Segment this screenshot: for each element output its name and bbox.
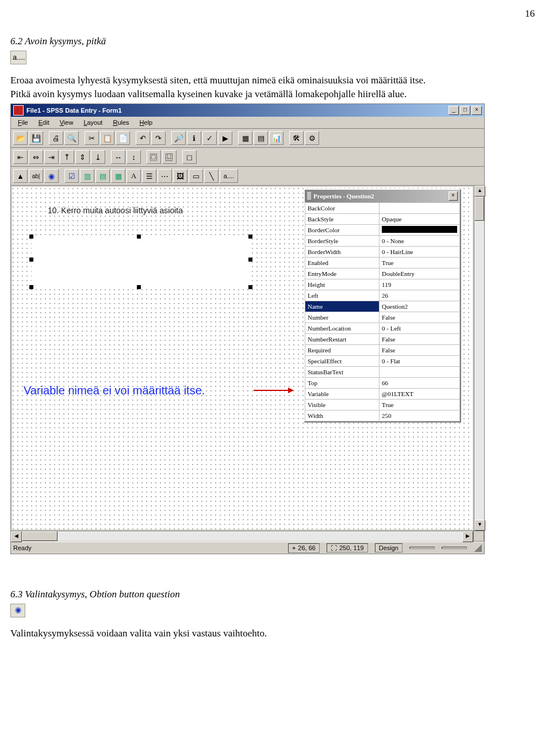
more-tool-icon[interactable]: ⋯ bbox=[158, 169, 172, 183]
property-value[interactable]: True bbox=[379, 258, 460, 268]
properties-titlebar[interactable]: Properties - Question2 × bbox=[305, 190, 460, 202]
scroll-down-button[interactable]: ▼ bbox=[474, 520, 485, 531]
save-icon[interactable]: 💾 bbox=[29, 131, 43, 145]
checkbox-tool-icon[interactable]: ☑ bbox=[64, 169, 79, 183]
align-left-icon[interactable]: ⇤ bbox=[13, 150, 28, 164]
property-name[interactable]: Variable bbox=[305, 389, 379, 400]
ungroup-icon[interactable]: ⿶ bbox=[162, 150, 177, 164]
property-row[interactable]: Width250 bbox=[305, 410, 460, 421]
property-name[interactable]: SpecialEffect bbox=[305, 356, 379, 367]
properties-close-button[interactable]: × bbox=[448, 191, 458, 201]
property-row[interactable]: EntryModeDoubleEntry bbox=[305, 268, 460, 279]
property-value[interactable]: True bbox=[379, 400, 460, 410]
cut-icon[interactable]: ✂ bbox=[85, 131, 99, 145]
property-name[interactable]: Visible bbox=[305, 400, 379, 410]
property-row[interactable]: StatusBarText bbox=[305, 367, 460, 378]
property-row[interactable]: NameQuestion2 bbox=[305, 301, 460, 312]
open-icon[interactable]: 📂 bbox=[13, 131, 28, 145]
property-value[interactable]: False bbox=[379, 345, 460, 356]
property-name[interactable]: EntryMode bbox=[305, 268, 379, 279]
color-swatch[interactable] bbox=[382, 204, 457, 211]
grid-icon[interactable]: ▦ bbox=[238, 131, 252, 145]
property-row[interactable]: BorderColor bbox=[305, 225, 460, 236]
menu-rules[interactable]: Rules bbox=[108, 118, 133, 127]
vertical-scrollbar[interactable]: ▲ ▼ bbox=[474, 186, 484, 531]
form-canvas[interactable]: 10. Kerro muita autoosi liittyviä asioit… bbox=[12, 187, 473, 529]
scroll-thumb[interactable] bbox=[22, 531, 57, 541]
resize-grip-icon[interactable] bbox=[474, 544, 482, 552]
property-name[interactable]: BackStyle bbox=[305, 214, 379, 225]
color-swatch[interactable] bbox=[382, 226, 457, 233]
property-value[interactable]: False bbox=[379, 312, 460, 323]
property-value[interactable]: 0 - None bbox=[379, 236, 460, 247]
property-row[interactable]: RequiredFalse bbox=[305, 345, 460, 356]
property-name[interactable]: Enabled bbox=[305, 258, 379, 268]
label-tool-icon[interactable]: A bbox=[126, 169, 141, 183]
property-row[interactable]: Height119 bbox=[305, 279, 460, 290]
maximize-button[interactable]: □ bbox=[460, 106, 470, 115]
group-icon[interactable]: ⿴ bbox=[147, 150, 161, 164]
property-value[interactable] bbox=[379, 203, 460, 214]
property-value[interactable]: False bbox=[379, 334, 460, 345]
paste-icon[interactable]: 📄 bbox=[116, 131, 130, 145]
redo-icon[interactable]: ↷ bbox=[151, 131, 166, 145]
property-name[interactable]: BorderWidth bbox=[305, 247, 379, 258]
selection-handle[interactable] bbox=[29, 258, 33, 262]
copy-icon[interactable]: 📋 bbox=[100, 131, 114, 145]
property-name[interactable]: Width bbox=[305, 410, 379, 421]
property-value[interactable]: 0 - Flat bbox=[379, 356, 460, 367]
print-icon[interactable]: 🖨 bbox=[49, 131, 63, 145]
property-value[interactable]: 0 - HairLine bbox=[379, 247, 460, 258]
selection-handle[interactable] bbox=[137, 235, 141, 239]
selection-handle[interactable] bbox=[248, 258, 252, 262]
scroll-thumb[interactable] bbox=[474, 197, 484, 221]
property-name[interactable]: StatusBarText bbox=[305, 367, 379, 378]
same-height-icon[interactable]: ↕ bbox=[126, 150, 141, 164]
selection-handle[interactable] bbox=[29, 285, 33, 289]
property-value[interactable]: 0 - Left bbox=[379, 323, 460, 334]
property-name[interactable]: Height bbox=[305, 279, 379, 290]
property-row[interactable]: SpecialEffect0 - Flat bbox=[305, 356, 460, 367]
minimize-button[interactable]: _ bbox=[448, 106, 459, 115]
grip-icon[interactable] bbox=[307, 192, 311, 200]
align-middle-icon[interactable]: ⇕ bbox=[75, 150, 90, 164]
property-name[interactable]: Left bbox=[305, 290, 379, 301]
property-name[interactable]: Top bbox=[305, 378, 379, 389]
property-value[interactable]: 66 bbox=[379, 378, 460, 389]
rect-tool-icon[interactable]: ▭ bbox=[189, 169, 203, 183]
close-button[interactable]: × bbox=[471, 106, 482, 115]
menu-layout[interactable]: Layout bbox=[79, 118, 107, 127]
selection-handle[interactable] bbox=[137, 285, 141, 289]
property-value[interactable]: Question2 bbox=[379, 301, 460, 312]
preview-icon[interactable]: 🔍 bbox=[64, 131, 79, 145]
property-value[interactable]: DoubleEntry bbox=[379, 268, 460, 279]
property-row[interactable]: NumberFalse bbox=[305, 312, 460, 323]
grid-tool-icon[interactable]: ▦ bbox=[111, 169, 125, 183]
list2-tool-icon[interactable]: ▤ bbox=[95, 169, 110, 183]
spell-icon[interactable]: ✓ bbox=[202, 131, 217, 145]
property-name[interactable]: Required bbox=[305, 345, 379, 356]
selection-handle[interactable] bbox=[248, 235, 252, 239]
scroll-left-button[interactable]: ◀ bbox=[11, 531, 22, 542]
property-row[interactable]: Top66 bbox=[305, 378, 460, 389]
property-row[interactable]: Left26 bbox=[305, 290, 460, 301]
pointer-tool-icon[interactable]: ▲ bbox=[13, 169, 28, 183]
radio-tool-icon[interactable]: ◉ bbox=[44, 169, 59, 183]
options-icon[interactable]: ⚙ bbox=[305, 131, 319, 145]
scroll-up-button[interactable]: ▲ bbox=[474, 186, 485, 197]
property-name[interactable]: Number bbox=[305, 312, 379, 323]
align-bottom-icon[interactable]: ⤓ bbox=[91, 150, 105, 164]
menu-view[interactable]: View bbox=[55, 118, 78, 127]
scroll-track[interactable] bbox=[474, 221, 484, 520]
property-name[interactable]: BackColor bbox=[305, 203, 379, 214]
menu-file[interactable]: File bbox=[13, 118, 33, 127]
property-row[interactable]: VisibleTrue bbox=[305, 400, 460, 410]
menu-edit[interactable]: Edit bbox=[34, 118, 54, 127]
align-top-icon[interactable]: ⤒ bbox=[60, 150, 74, 164]
menu-help[interactable]: Help bbox=[135, 118, 158, 127]
property-row[interactable]: BackStyleOpaque bbox=[305, 214, 460, 225]
property-row[interactable]: NumberLocation0 - Left bbox=[305, 323, 460, 334]
textbox-tool-icon[interactable]: ab| bbox=[29, 169, 43, 183]
picture-tool-icon[interactable]: 🖼 bbox=[173, 169, 187, 183]
same-width-icon[interactable]: ↔ bbox=[111, 150, 125, 164]
